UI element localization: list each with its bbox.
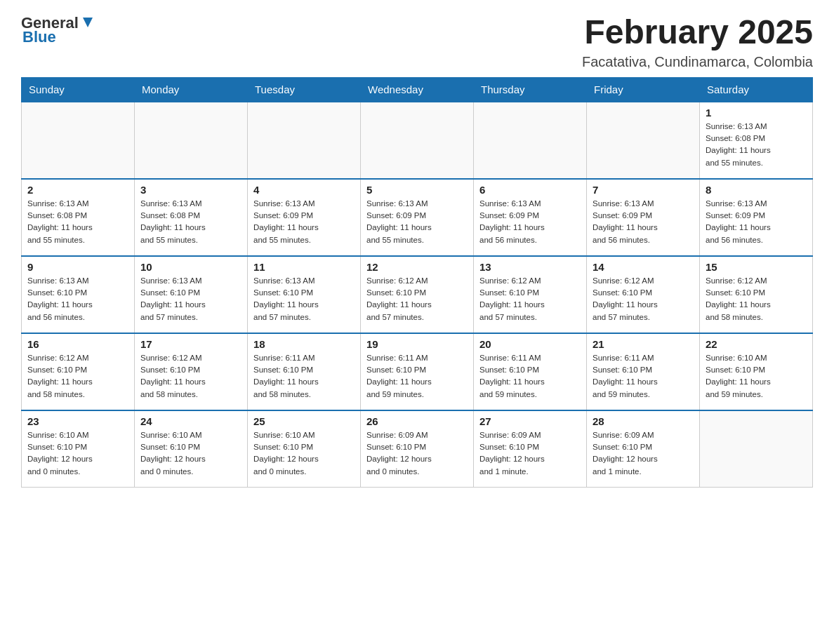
title-section: February 2025 Facatativa, Cundinamarca, …: [582, 14, 813, 70]
day-info: Sunrise: 6:12 AM Sunset: 6:10 PM Dayligh…: [593, 275, 694, 323]
table-row: 15Sunrise: 6:12 AM Sunset: 6:10 PM Dayli…: [700, 256, 813, 333]
table-row: 24Sunrise: 6:10 AM Sunset: 6:10 PM Dayli…: [135, 410, 248, 488]
header-friday: Friday: [587, 77, 700, 102]
week-row-2: 2Sunrise: 6:13 AM Sunset: 6:08 PM Daylig…: [22, 179, 813, 256]
header-wednesday: Wednesday: [361, 77, 474, 102]
table-row: 22Sunrise: 6:10 AM Sunset: 6:10 PM Dayli…: [700, 333, 813, 410]
day-number: 3: [140, 184, 241, 196]
day-number: 15: [706, 261, 807, 273]
day-info: Sunrise: 6:11 AM Sunset: 6:10 PM Dayligh…: [593, 352, 694, 401]
table-row: 25Sunrise: 6:10 AM Sunset: 6:10 PM Dayli…: [248, 410, 361, 488]
svg-marker-0: [83, 18, 93, 27]
day-info: Sunrise: 6:09 AM Sunset: 6:10 PM Dayligh…: [366, 429, 468, 478]
table-row: 19Sunrise: 6:11 AM Sunset: 6:10 PM Dayli…: [361, 333, 474, 410]
table-row: [248, 102, 361, 179]
day-info: Sunrise: 6:12 AM Sunset: 6:10 PM Dayligh…: [27, 352, 128, 401]
logo-blue-text: Blue: [22, 28, 56, 46]
table-row: 28Sunrise: 6:09 AM Sunset: 6:10 PM Dayli…: [587, 410, 700, 488]
day-info: Sunrise: 6:13 AM Sunset: 6:08 PM Dayligh…: [706, 121, 807, 169]
day-info: Sunrise: 6:13 AM Sunset: 6:08 PM Dayligh…: [140, 198, 241, 246]
table-row: [361, 102, 474, 179]
table-row: 9Sunrise: 6:13 AM Sunset: 6:10 PM Daylig…: [22, 256, 135, 333]
day-number: 12: [366, 261, 468, 273]
day-info: Sunrise: 6:11 AM Sunset: 6:10 PM Dayligh…: [253, 352, 355, 401]
day-info: Sunrise: 6:11 AM Sunset: 6:10 PM Dayligh…: [479, 352, 581, 401]
day-info: Sunrise: 6:13 AM Sunset: 6:10 PM Dayligh…: [140, 275, 241, 323]
location-title: Facatativa, Cundinamarca, Colombia: [582, 54, 813, 70]
table-row: 12Sunrise: 6:12 AM Sunset: 6:10 PM Dayli…: [361, 256, 474, 333]
week-row-1: 1Sunrise: 6:13 AM Sunset: 6:08 PM Daylig…: [22, 102, 813, 179]
day-number: 11: [253, 261, 355, 273]
header-saturday: Saturday: [700, 77, 813, 102]
day-number: 4: [253, 184, 355, 196]
day-info: Sunrise: 6:10 AM Sunset: 6:10 PM Dayligh…: [140, 429, 241, 478]
week-row-3: 9Sunrise: 6:13 AM Sunset: 6:10 PM Daylig…: [22, 256, 813, 333]
table-row: 8Sunrise: 6:13 AM Sunset: 6:09 PM Daylig…: [700, 179, 813, 256]
header-thursday: Thursday: [474, 77, 587, 102]
day-number: 18: [253, 338, 355, 350]
table-row: 26Sunrise: 6:09 AM Sunset: 6:10 PM Dayli…: [361, 410, 474, 488]
day-number: 10: [140, 261, 241, 273]
day-number: 14: [593, 261, 694, 273]
week-row-4: 16Sunrise: 6:12 AM Sunset: 6:10 PM Dayli…: [22, 333, 813, 410]
day-number: 9: [27, 261, 128, 273]
table-row: 23Sunrise: 6:10 AM Sunset: 6:10 PM Dayli…: [22, 410, 135, 488]
table-row: 18Sunrise: 6:11 AM Sunset: 6:10 PM Dayli…: [248, 333, 361, 410]
day-info: Sunrise: 6:09 AM Sunset: 6:10 PM Dayligh…: [593, 429, 694, 478]
day-info: Sunrise: 6:13 AM Sunset: 6:09 PM Dayligh…: [706, 198, 807, 246]
table-row: 13Sunrise: 6:12 AM Sunset: 6:10 PM Dayli…: [474, 256, 587, 333]
table-row: 6Sunrise: 6:13 AM Sunset: 6:09 PM Daylig…: [474, 179, 587, 256]
day-number: 24: [140, 415, 241, 427]
day-info: Sunrise: 6:10 AM Sunset: 6:10 PM Dayligh…: [253, 429, 355, 478]
day-info: Sunrise: 6:12 AM Sunset: 6:10 PM Dayligh…: [479, 275, 581, 323]
logo: General Blue: [21, 14, 95, 46]
header-monday: Monday: [135, 77, 248, 102]
week-row-5: 23Sunrise: 6:10 AM Sunset: 6:10 PM Dayli…: [22, 410, 813, 488]
header-tuesday: Tuesday: [248, 77, 361, 102]
table-row: [22, 102, 135, 179]
table-row: 3Sunrise: 6:13 AM Sunset: 6:08 PM Daylig…: [135, 179, 248, 256]
day-number: 1: [706, 107, 807, 119]
month-title: February 2025: [582, 14, 813, 51]
day-info: Sunrise: 6:13 AM Sunset: 6:10 PM Dayligh…: [253, 275, 355, 323]
table-row: 7Sunrise: 6:13 AM Sunset: 6:09 PM Daylig…: [587, 179, 700, 256]
day-number: 23: [27, 415, 128, 427]
table-row: [474, 102, 587, 179]
calendar-table: Sunday Monday Tuesday Wednesday Thursday…: [21, 77, 813, 488]
logo-triangle-icon: [80, 15, 95, 30]
header-sunday: Sunday: [22, 77, 135, 102]
day-info: Sunrise: 6:13 AM Sunset: 6:08 PM Dayligh…: [27, 198, 128, 246]
day-number: 25: [253, 415, 355, 427]
day-info: Sunrise: 6:09 AM Sunset: 6:10 PM Dayligh…: [479, 429, 581, 478]
day-info: Sunrise: 6:13 AM Sunset: 6:09 PM Dayligh…: [366, 198, 468, 246]
table-row: 11Sunrise: 6:13 AM Sunset: 6:10 PM Dayli…: [248, 256, 361, 333]
day-number: 6: [479, 184, 581, 196]
day-info: Sunrise: 6:13 AM Sunset: 6:09 PM Dayligh…: [593, 198, 694, 246]
day-number: 7: [593, 184, 694, 196]
day-info: Sunrise: 6:13 AM Sunset: 6:09 PM Dayligh…: [253, 198, 355, 246]
table-row: 16Sunrise: 6:12 AM Sunset: 6:10 PM Dayli…: [22, 333, 135, 410]
table-row: 5Sunrise: 6:13 AM Sunset: 6:09 PM Daylig…: [361, 179, 474, 256]
day-number: 19: [366, 338, 468, 350]
day-number: 2: [27, 184, 128, 196]
table-row: [700, 410, 813, 488]
table-row: 4Sunrise: 6:13 AM Sunset: 6:09 PM Daylig…: [248, 179, 361, 256]
day-number: 16: [27, 338, 128, 350]
page-header: General Blue February 2025 Facatativa, C…: [21, 14, 813, 70]
day-number: 17: [140, 338, 241, 350]
day-number: 21: [593, 338, 694, 350]
weekday-header-row: Sunday Monday Tuesday Wednesday Thursday…: [22, 77, 813, 102]
table-row: 14Sunrise: 6:12 AM Sunset: 6:10 PM Dayli…: [587, 256, 700, 333]
day-number: 20: [479, 338, 581, 350]
day-number: 8: [706, 184, 807, 196]
table-row: 17Sunrise: 6:12 AM Sunset: 6:10 PM Dayli…: [135, 333, 248, 410]
table-row: 10Sunrise: 6:13 AM Sunset: 6:10 PM Dayli…: [135, 256, 248, 333]
day-info: Sunrise: 6:12 AM Sunset: 6:10 PM Dayligh…: [366, 275, 468, 323]
day-number: 27: [479, 415, 581, 427]
table-row: 21Sunrise: 6:11 AM Sunset: 6:10 PM Dayli…: [587, 333, 700, 410]
day-info: Sunrise: 6:13 AM Sunset: 6:09 PM Dayligh…: [479, 198, 581, 246]
table-row: 2Sunrise: 6:13 AM Sunset: 6:08 PM Daylig…: [22, 179, 135, 256]
table-row: [135, 102, 248, 179]
day-info: Sunrise: 6:11 AM Sunset: 6:10 PM Dayligh…: [366, 352, 468, 401]
day-info: Sunrise: 6:12 AM Sunset: 6:10 PM Dayligh…: [140, 352, 241, 401]
